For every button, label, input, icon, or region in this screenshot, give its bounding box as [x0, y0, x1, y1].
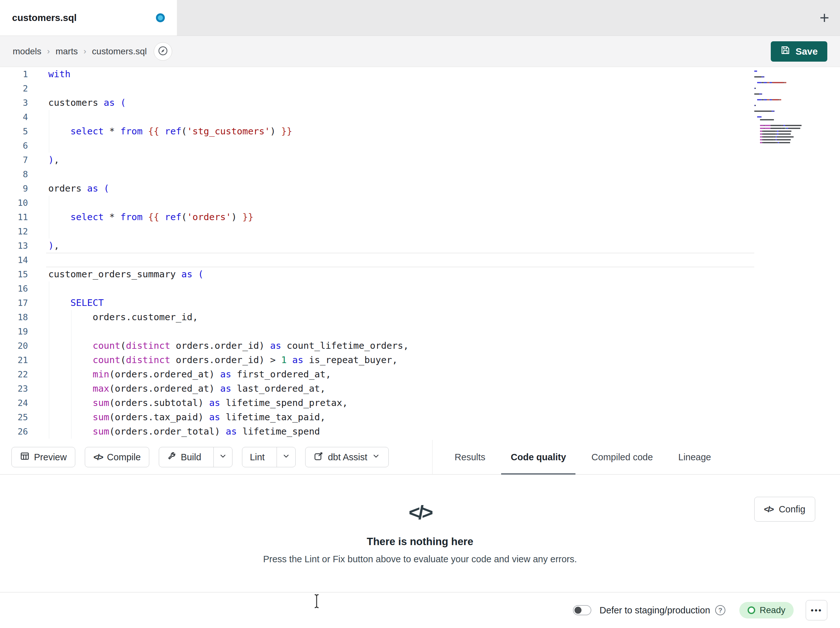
dbt-ide-window: customers.sql + models › marts › custome…: [0, 0, 840, 628]
breadcrumb-item-customers-sql[interactable]: customers.sql: [92, 46, 147, 57]
save-button[interactable]: Save: [771, 41, 827, 62]
tab-lineage[interactable]: Lineage: [666, 440, 724, 475]
tab-customers-sql[interactable]: customers.sql: [0, 0, 177, 36]
code-line[interactable]: 7),: [0, 153, 840, 167]
minimap-line: [754, 124, 802, 127]
code-text: customers as (: [48, 96, 126, 110]
save-icon: [780, 45, 791, 57]
empty-state-subtitle: Press the Lint or Fix button above to ev…: [0, 554, 840, 565]
code-icon: </>: [93, 452, 103, 462]
minimap-line: [754, 107, 802, 109]
code-text: min(orders.ordered_at) as first_ordered_…: [48, 367, 331, 381]
minimap-line: [754, 87, 802, 90]
code-line[interactable]: 19: [0, 324, 840, 339]
tab-results[interactable]: Results: [442, 440, 498, 475]
code-line[interactable]: 3customers as (: [0, 96, 840, 110]
tab-compiled-code[interactable]: Compiled code: [579, 440, 665, 475]
code-line[interactable]: 1with: [0, 67, 840, 81]
lint-button[interactable]: Lint: [242, 447, 273, 467]
defer-label: Defer to staging/production: [600, 605, 710, 615]
chevron-down-icon: [219, 452, 227, 462]
dbt-assist-label: dbt Assist: [328, 452, 367, 462]
code-text: select * from {{ ref('stg_customers') }}: [48, 124, 292, 139]
code-line[interactable]: 9orders as (: [0, 181, 840, 196]
code-line[interactable]: 15customer_orders_summary as (: [0, 267, 840, 282]
line-number: 11: [0, 210, 28, 224]
indent-guide: [49, 282, 49, 296]
code-line[interactable]: 16: [0, 282, 840, 296]
code-text: sum(orders.tax_paid) as lifetime_tax_pai…: [48, 410, 325, 424]
code-line[interactable]: 21 count(distinct orders.order_id) > 1 a…: [0, 353, 840, 367]
help-icon[interactable]: ?: [715, 605, 725, 615]
code-line[interactable]: 2: [0, 81, 840, 96]
code-line[interactable]: 14: [0, 253, 840, 267]
build-dropdown-button[interactable]: [213, 447, 232, 467]
file-options-button[interactable]: [154, 42, 172, 61]
code-line[interactable]: 24 sum(orders.subtotal) as lifetime_spen…: [0, 396, 840, 410]
code-line[interactable]: 25 sum(orders.tax_paid) as lifetime_tax_…: [0, 410, 840, 424]
results-panel: </> Config </> There is nothing here Pre…: [0, 475, 840, 592]
indent-guide: [49, 224, 49, 239]
code-line[interactable]: 20 count(distinct orders.order_id) as co…: [0, 339, 840, 353]
line-number: 7: [0, 153, 28, 167]
indent-guide: [49, 339, 49, 353]
indent-guide: [49, 296, 49, 310]
toggle-knob: [575, 607, 581, 614]
line-number: 19: [0, 324, 28, 339]
save-button-label: Save: [796, 46, 818, 57]
table-icon: [20, 451, 30, 463]
lint-dropdown-button[interactable]: [276, 447, 295, 467]
editor-tab-bar: customers.sql +: [0, 0, 840, 36]
minimap-line: [754, 121, 802, 124]
preview-button[interactable]: Preview: [11, 447, 75, 467]
code-icon: </>: [0, 503, 840, 522]
compile-label: Compile: [107, 452, 141, 462]
code-line[interactable]: 10: [0, 196, 840, 210]
minimap-line: [754, 141, 802, 144]
tab-code-quality[interactable]: Code quality: [498, 440, 579, 475]
breadcrumb-item-marts[interactable]: marts: [55, 46, 78, 57]
editor-minimap[interactable]: [754, 70, 802, 144]
indent-guide: [71, 424, 71, 439]
build-button[interactable]: Build: [159, 447, 209, 467]
minimap-line: [754, 84, 802, 87]
code-line[interactable]: 12: [0, 224, 840, 239]
indent-guide: [49, 139, 49, 153]
line-number: 22: [0, 367, 28, 381]
indent-guide: [49, 324, 49, 339]
code-line[interactable]: 18 orders.customer_id,: [0, 310, 840, 324]
chevron-down-icon: [282, 452, 290, 462]
minimap-line: [754, 130, 802, 133]
indent-guide: [71, 353, 71, 367]
breadcrumb-item-models[interactable]: models: [13, 46, 41, 57]
line-number: 21: [0, 353, 28, 367]
dbt-assist-button[interactable]: dbt Assist: [305, 447, 388, 467]
status-bar: Defer to staging/production ? Ready •••: [0, 592, 840, 628]
code-editor[interactable]: 1with23customers as (45 select * from {{…: [0, 67, 840, 440]
panel-tabs: Results Code quality Compiled code Linea…: [442, 440, 724, 475]
status-badge[interactable]: Ready: [739, 602, 794, 619]
line-number: 9: [0, 181, 28, 196]
preview-label: Preview: [34, 452, 67, 462]
code-line[interactable]: 11 select * from {{ ref('orders') }}: [0, 210, 840, 224]
indent-guide: [49, 310, 49, 324]
code-line[interactable]: 13),: [0, 239, 840, 253]
new-tab-button[interactable]: +: [819, 9, 829, 26]
indent-guide: [49, 396, 49, 410]
code-line[interactable]: 22 min(orders.ordered_at) as first_order…: [0, 367, 840, 381]
code-line[interactable]: 17 SELECT: [0, 296, 840, 310]
code-line[interactable]: 6: [0, 139, 840, 153]
more-options-button[interactable]: •••: [806, 600, 827, 620]
lint-split-button: Lint: [242, 447, 296, 467]
compile-button[interactable]: </> Compile: [85, 447, 149, 467]
minimap-line: [754, 138, 802, 141]
minimap-line: [754, 118, 802, 121]
line-number: 25: [0, 410, 28, 424]
code-line[interactable]: 4: [0, 110, 840, 124]
code-line[interactable]: 26 sum(orders.order_total) as lifetime_s…: [0, 424, 840, 439]
code-line[interactable]: 8: [0, 167, 840, 181]
defer-toggle[interactable]: [573, 605, 591, 615]
code-line[interactable]: 23 max(orders.ordered_at) as last_ordere…: [0, 381, 840, 396]
code-line[interactable]: 5 select * from {{ ref('stg_customers') …: [0, 124, 840, 139]
indent-guide: [49, 210, 49, 224]
